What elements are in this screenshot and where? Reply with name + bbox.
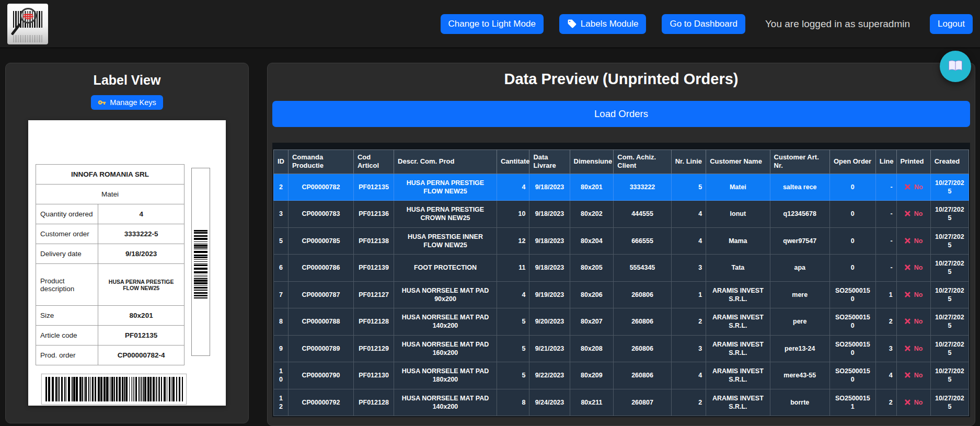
- orders-cell: q12345678: [770, 201, 829, 228]
- orders-cell: 3: [875, 335, 896, 362]
- printed-status: No: [914, 399, 923, 406]
- printed-status: No: [914, 372, 923, 379]
- orders-cell: qwer97547: [770, 227, 829, 255]
- column-header: Descr. Com. Prod: [394, 150, 497, 174]
- column-header: Comanda Productie: [288, 150, 353, 174]
- orders-cell: 5554345: [614, 255, 671, 282]
- orders-cell: -: [875, 174, 896, 201]
- orders-cell: 2: [274, 174, 289, 201]
- orders-cell: 0: [829, 255, 875, 282]
- orders-table-row[interactable]: 8CP00000788PF012128HUSA NORRSELE MAT PAD…: [274, 308, 969, 336]
- orders-table-row[interactable]: 7CP00000787PF012127HUSA NORRSELE MAT PAD…: [274, 281, 969, 308]
- orders-cell: 11: [497, 255, 529, 282]
- label-view-title: Label View: [6, 73, 248, 88]
- orders-cell: 5: [497, 308, 529, 336]
- orders-cell: 666555: [614, 227, 671, 255]
- label-field-value: 9/18/2023: [98, 244, 185, 264]
- orders-cell: CP00000789: [288, 335, 353, 362]
- orders-table-row[interactable]: 10CP00000790PF012130HUSA NORRSELE MAT PA…: [274, 362, 969, 389]
- magnifier-red-scan: [23, 13, 33, 19]
- x-mark-icon: [904, 318, 911, 325]
- orders-cell: HUSA PERNA PRESTIGE CROWN NEW25: [394, 201, 497, 228]
- orders-table-row[interactable]: 5CP00000785PF012138HUSA PRESTIGE INNER F…: [274, 227, 969, 255]
- column-header: Line: [875, 150, 896, 174]
- orders-table-row[interactable]: 9CP00000789PF012129HUSA NORRSELE MAT PAD…: [274, 335, 969, 362]
- x-mark-icon: [904, 237, 911, 244]
- label-field-row: Size80x201: [36, 306, 185, 326]
- orders-table-row[interactable]: 12CP00000792PF012128HUSA NORRSELE MAT PA…: [274, 389, 969, 416]
- orders-cell: apa: [770, 255, 829, 282]
- orders-cell: PF012130: [353, 362, 394, 389]
- label-field-value: 4: [98, 204, 185, 224]
- printed-status: No: [914, 318, 923, 325]
- light-mode-button[interactable]: Change to Light Mode: [441, 14, 544, 34]
- orders-cell: 10/27/2025: [930, 201, 969, 228]
- label-customer-row: Matei: [36, 185, 185, 204]
- orders-table-row[interactable]: 6CP00000786PF012139FOOT PROTECTION119/18…: [274, 255, 969, 282]
- orders-cell: 0: [829, 227, 875, 255]
- orders-cell: 260807: [614, 389, 671, 416]
- printed-status: No: [914, 345, 923, 352]
- label-view-panel: Label View Manage Keys INNOFA ROMANIA SR…: [5, 63, 249, 423]
- manage-keys-button[interactable]: Manage Keys: [91, 95, 163, 110]
- orders-cell: 260806: [614, 362, 671, 389]
- column-header: Dimensiune: [570, 150, 614, 174]
- open-book-icon: [948, 58, 963, 75]
- label-field-row: Customer order3333222-5: [36, 224, 185, 244]
- orders-cell: 10/27/2025: [930, 227, 969, 255]
- user-status-text: You are logged in as superadmin: [765, 18, 910, 30]
- orders-cell: 12: [274, 389, 289, 416]
- orders-cell: No: [896, 335, 930, 362]
- orders-cell: 3: [274, 201, 289, 228]
- orders-cell: SO25000150: [829, 335, 875, 362]
- vertical-barcode: [191, 168, 210, 356]
- orders-cell: pere: [770, 308, 829, 336]
- orders-cell: FOOT PROTECTION: [394, 255, 497, 282]
- orders-cell: 10: [274, 362, 289, 389]
- dashboard-button[interactable]: Go to Dashboard: [662, 14, 745, 34]
- orders-cell: 4: [671, 201, 706, 228]
- label-barcode: [41, 374, 187, 405]
- orders-cell: 10/27/2025: [930, 389, 969, 416]
- label-preview-card: INNOFA ROMANIA SRLMateiQuantity ordered4…: [28, 120, 226, 406]
- label-field-value: 80x201: [98, 306, 185, 326]
- orders-cell: 8: [497, 389, 529, 416]
- orders-cell: 444555: [614, 201, 671, 228]
- orders-cell: CP00000788: [288, 308, 353, 336]
- label-company-row: INNOFA ROMANIA SRL: [36, 165, 185, 185]
- label-field-name: Article code: [36, 326, 98, 346]
- orders-cell: 10: [497, 201, 529, 228]
- orders-table-row[interactable]: 2CP00000782PF012135HUSA PERNA PRESTIGE F…: [274, 174, 969, 201]
- printed-status: No: [914, 264, 923, 271]
- orders-cell: No: [896, 227, 930, 255]
- x-mark-icon: [904, 345, 911, 352]
- navbar-actions: Change to Light Mode Labels Module Go to…: [441, 14, 973, 34]
- orders-cell: No: [896, 389, 930, 416]
- docs-fab-button[interactable]: [940, 51, 971, 82]
- orders-table-row[interactable]: 3CP00000783PF012136HUSA PERNA PRESTIGE C…: [274, 201, 969, 228]
- label-field-row: Prod. orderCP00000782-4: [36, 346, 185, 365]
- orders-cell: ARAMIS INVEST S.R.L.: [706, 308, 770, 336]
- orders-cell: -: [875, 255, 896, 282]
- orders-table: IDComanda ProductieCod ArticolDescr. Com…: [273, 149, 969, 416]
- manage-keys-label: Manage Keys: [110, 98, 156, 107]
- column-header: Customer Name: [706, 150, 770, 174]
- orders-cell: PF012136: [353, 201, 394, 228]
- orders-cell: HUSA PRESTIGE INNER FLOW NEW25: [394, 227, 497, 255]
- orders-cell: 80x202: [570, 201, 614, 228]
- x-mark-icon: [904, 291, 911, 298]
- barcode-scanner-logo[interactable]: [7, 4, 48, 44]
- labels-module-button[interactable]: Labels Module: [559, 14, 647, 34]
- column-header: Data Livrare: [529, 150, 570, 174]
- orders-cell: 80x201: [570, 174, 614, 201]
- orders-cell: CP00000792: [288, 389, 353, 416]
- logout-button[interactable]: Logout: [930, 14, 973, 34]
- magnifier-icon: [20, 8, 37, 24]
- orders-cell: 9/21/2023: [529, 335, 570, 362]
- load-orders-button[interactable]: Load Orders: [272, 101, 970, 127]
- orders-cell: PF012128: [353, 308, 394, 336]
- orders-cell: PF012139: [353, 255, 394, 282]
- printed-status: No: [914, 183, 923, 191]
- orders-cell: PF012127: [353, 281, 394, 308]
- orders-cell: 4: [497, 281, 529, 308]
